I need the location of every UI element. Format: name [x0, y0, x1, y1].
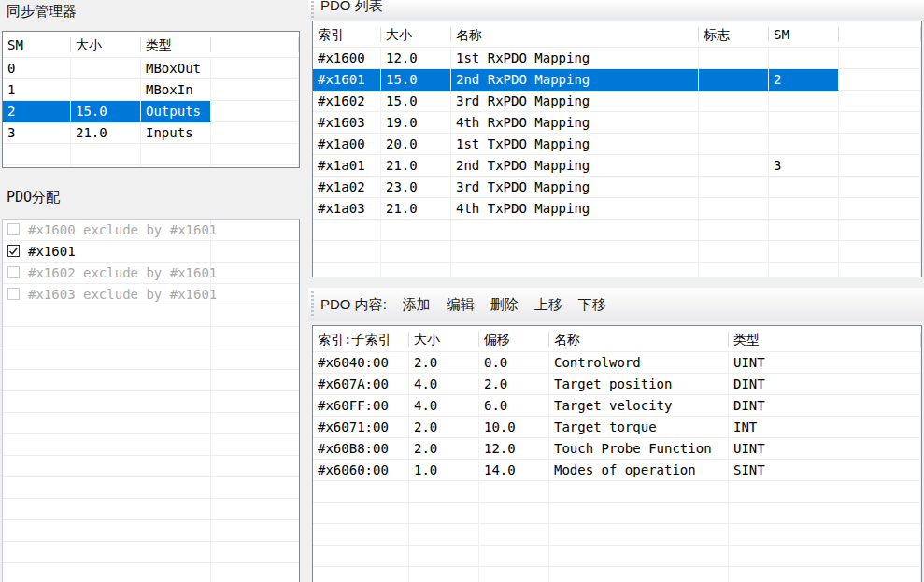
table-cell[interactable] [769, 198, 839, 220]
table-cell[interactable]: 2 [769, 69, 839, 91]
table-cell[interactable]: 12.0 [479, 438, 549, 460]
table-cell[interactable]: #x1a01 [313, 155, 381, 177]
table-cell[interactable]: Target torque [549, 417, 729, 438]
table-cell[interactable] [839, 112, 921, 134]
table-row[interactable]: #x160215.03rd RxPDO Mapping [313, 91, 921, 112]
table-cell[interactable]: 3rd TxPDO Mapping [451, 177, 699, 198]
column-header[interactable]: SM [3, 32, 71, 57]
column-header[interactable]: 类型 [141, 32, 211, 57]
table-cell[interactable]: Modes of operation [549, 460, 729, 481]
column-header[interactable]: 名称 [549, 326, 729, 351]
column-header[interactable]: 大小 [409, 326, 479, 351]
move-down-button[interactable]: 下移 [578, 296, 606, 314]
table-cell[interactable]: MBoxOut [141, 58, 211, 79]
table-cell[interactable]: 4.0 [409, 395, 479, 417]
table-row[interactable]: #x160319.04th RxPDO Mapping [313, 112, 921, 134]
column-header[interactable]: 大小 [71, 32, 141, 57]
table-cell[interactable]: #x60FF:00 [313, 395, 409, 417]
table-row[interactable]: #x60FF:004.06.0Target velocityDINT [313, 395, 921, 417]
pdo-assign-item[interactable]: #x1601 [3, 241, 299, 263]
table-cell[interactable]: 12.0 [381, 48, 451, 69]
table-cell[interactable]: Target position [549, 374, 729, 395]
table-cell[interactable]: 2.0 [409, 417, 479, 438]
delete-button[interactable]: 删除 [490, 296, 519, 314]
table-cell[interactable]: #x6060:00 [313, 460, 409, 481]
column-header[interactable]: 偏移 [479, 326, 549, 351]
table-cell[interactable]: 6.0 [479, 395, 549, 417]
table-cell[interactable] [699, 91, 769, 112]
table-cell[interactable]: 0.0 [479, 352, 549, 374]
table-row[interactable]: #x1a0223.03rd TxPDO Mapping [313, 177, 921, 198]
table-cell[interactable] [699, 177, 769, 198]
table-cell[interactable]: 1.0 [409, 460, 479, 481]
table-cell[interactable]: #x1a03 [313, 198, 381, 220]
table-cell[interactable]: 1st RxPDO Mapping [451, 48, 699, 69]
column-header[interactable] [211, 32, 299, 57]
table-cell[interactable]: 4th RxPDO Mapping [451, 112, 699, 134]
table-cell[interactable]: Touch Probe Function [549, 438, 729, 460]
checkbox-icon[interactable] [7, 223, 20, 235]
table-cell[interactable]: 15.0 [71, 101, 141, 122]
column-header[interactable]: 索引 [313, 21, 381, 47]
table-cell[interactable] [839, 177, 921, 198]
table-cell[interactable]: #x1600 [313, 48, 381, 69]
table-cell[interactable]: #x1601 [313, 69, 381, 91]
table-cell[interactable]: 15.0 [381, 69, 451, 91]
table-cell[interactable]: #x60B8:00 [313, 438, 409, 460]
table-cell[interactable] [839, 198, 921, 220]
table-cell[interactable] [699, 69, 769, 91]
table-cell[interactable]: Target velocity [549, 395, 729, 417]
pdo-assign-item[interactable]: #x1603 exclude by #x1601 [3, 284, 299, 305]
table-cell[interactable]: 3 [3, 122, 71, 144]
column-header[interactable]: 名称 [451, 21, 699, 47]
table-cell[interactable]: 2nd TxPDO Mapping [451, 155, 699, 177]
table-cell[interactable]: 14.0 [479, 460, 549, 481]
toolbar-gripper[interactable] [311, 1, 314, 18]
table-cell[interactable]: #x607A:00 [313, 374, 409, 395]
table-cell[interactable] [699, 134, 769, 155]
table-cell[interactable] [211, 79, 299, 101]
table-cell[interactable]: DINT [729, 374, 921, 395]
column-header[interactable]: 标志 [699, 21, 769, 47]
table-cell[interactable]: DINT [729, 395, 921, 417]
column-header[interactable]: 索引:子索引 [313, 326, 409, 351]
table-cell[interactable]: 15.0 [381, 91, 451, 112]
table-cell[interactable]: 19.0 [381, 112, 451, 134]
table-cell[interactable]: 21.0 [381, 198, 451, 220]
table-cell[interactable] [211, 122, 299, 144]
table-cell[interactable] [769, 91, 839, 112]
table-cell[interactable] [839, 69, 921, 91]
table-row[interactable]: #x160012.01st RxPDO Mapping [313, 48, 921, 69]
column-header[interactable]: SM [769, 21, 839, 47]
table-cell[interactable] [699, 112, 769, 134]
table-row[interactable]: #x6040:002.00.0ControlwordUINT [313, 352, 921, 374]
table-cell[interactable]: #x1a00 [313, 134, 381, 155]
table-cell[interactable] [699, 155, 769, 177]
table-cell[interactable] [71, 79, 141, 101]
column-header[interactable]: 类型 [729, 326, 921, 351]
table-row-selected[interactable]: 215.0Outputs [3, 101, 299, 122]
table-row[interactable]: 321.0Inputs [3, 122, 299, 144]
table-cell[interactable]: 3rd RxPDO Mapping [451, 91, 699, 112]
table-row[interactable]: #x607A:004.02.0Target positionDINT [313, 374, 921, 395]
table-cell[interactable]: 2 [3, 101, 71, 122]
table-cell[interactable] [839, 48, 921, 69]
table-cell[interactable]: 21.0 [381, 155, 451, 177]
table-cell[interactable] [839, 134, 921, 155]
table-row[interactable]: #x6060:001.014.0Modes of operationSINT [313, 460, 921, 481]
toolbar-gripper[interactable] [311, 291, 314, 318]
table-cell[interactable] [769, 112, 839, 134]
table-cell[interactable] [839, 91, 921, 112]
table-cell[interactable]: UINT [729, 352, 921, 374]
table-cell[interactable]: Controlword [549, 352, 729, 374]
edit-button[interactable]: 编辑 [447, 296, 475, 314]
table-row[interactable]: #x1a0321.04th TxPDO Mapping [313, 198, 921, 220]
table-cell[interactable]: MBoxIn [141, 79, 211, 101]
table-cell[interactable]: 1st TxPDO Mapping [451, 134, 699, 155]
table-cell[interactable]: INT [729, 417, 921, 438]
table-cell[interactable]: 23.0 [381, 177, 451, 198]
table-cell[interactable]: #x1603 [313, 112, 381, 134]
table-row[interactable]: 1MBoxIn [3, 79, 299, 101]
table-row-selected[interactable]: #x160115.02nd RxPDO Mapping2 [313, 69, 921, 91]
table-row[interactable]: #x1a0020.01st TxPDO Mapping [313, 134, 921, 155]
